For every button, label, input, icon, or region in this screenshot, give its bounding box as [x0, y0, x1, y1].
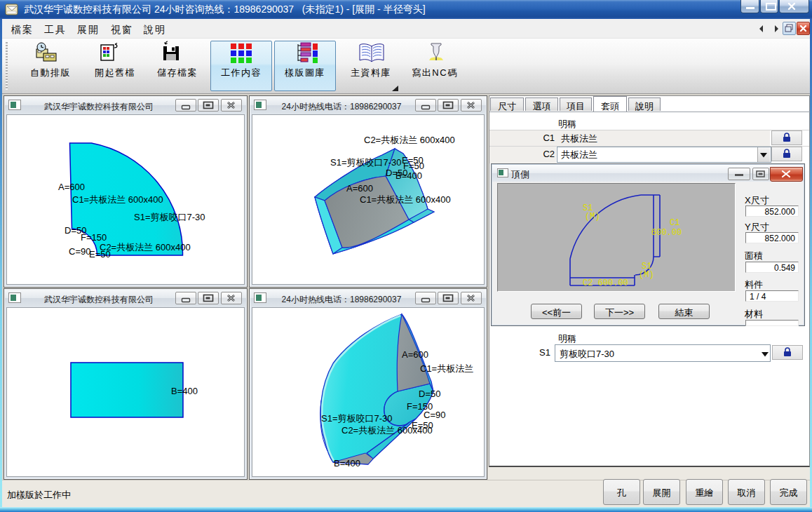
svg-text:(M): (M): [585, 212, 600, 222]
svg-text:C2 600.00: C2 600.00: [583, 278, 628, 288]
svg-text:(M): (M): [639, 270, 654, 280]
svg-text:C1: C1: [670, 218, 679, 228]
svg-text:600.00: 600.00: [651, 228, 682, 238]
